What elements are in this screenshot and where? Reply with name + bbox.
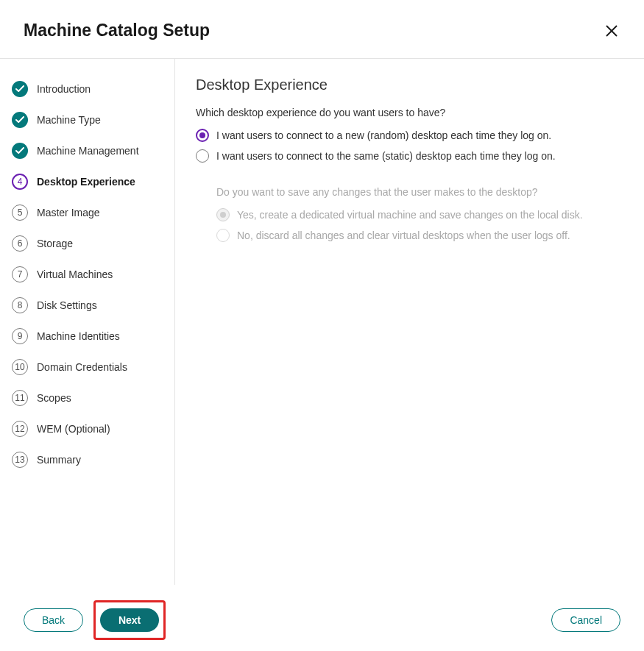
wizard-step: 11Scopes xyxy=(12,383,174,413)
option-random-desktop[interactable]: I want users to connect to a new (random… xyxy=(196,129,620,142)
option-static-desktop[interactable]: I want users to connect to the same (sta… xyxy=(196,149,620,163)
step-label: Machine Type xyxy=(37,114,101,126)
wizard-step: 13Summary xyxy=(12,444,174,475)
step-label: Scopes xyxy=(37,392,71,404)
step-label: WEM (Optional) xyxy=(37,423,110,435)
wizard-step[interactable]: Machine Type xyxy=(12,104,174,135)
wizard-step: 5Master Image xyxy=(12,197,174,228)
content-panel: Desktop Experience Which desktop experie… xyxy=(175,59,644,585)
step-label: Machine Management xyxy=(37,145,139,157)
wizard-step: 9Machine Identities xyxy=(12,321,174,352)
option-save-changes: Yes, create a dedicated virtual machine … xyxy=(216,208,620,221)
step-number-badge: 9 xyxy=(12,328,28,344)
wizard-step[interactable]: Machine Management xyxy=(12,135,174,166)
check-icon xyxy=(12,81,28,97)
back-button[interactable]: Back xyxy=(24,608,83,632)
step-label: Storage xyxy=(37,238,73,249)
step-number-badge: 12 xyxy=(12,421,28,437)
step-label: Introduction xyxy=(37,83,91,95)
step-number-badge: 11 xyxy=(12,390,28,406)
check-icon xyxy=(12,112,28,128)
wizard-step: 6Storage xyxy=(12,228,174,259)
next-button-highlight: Next xyxy=(93,600,166,640)
option-label: I want users to connect to a new (random… xyxy=(216,129,551,141)
wizard-sidebar: IntroductionMachine TypeMachine Manageme… xyxy=(0,59,175,585)
sub-question: Do you want to save any changes that the… xyxy=(216,186,620,198)
step-number-badge: 6 xyxy=(12,235,28,252)
radio-icon xyxy=(196,149,209,163)
wizard-step: 4Desktop Experience xyxy=(12,166,174,197)
step-label: Desktop Experience xyxy=(37,176,135,188)
step-number-badge: 8 xyxy=(12,297,28,313)
close-icon[interactable] xyxy=(603,22,620,40)
option-label: No, discard all changes and clear virtua… xyxy=(237,230,570,241)
step-number-badge: 4 xyxy=(12,174,28,190)
wizard-step: 12WEM (Optional) xyxy=(12,413,174,444)
primary-question: Which desktop experience do you want use… xyxy=(196,107,620,118)
radio-icon xyxy=(216,208,230,221)
sub-section: Do you want to save any changes that the… xyxy=(196,186,620,242)
wizard-step[interactable]: Introduction xyxy=(12,74,174,104)
footer-left-group: Back Next xyxy=(24,600,166,640)
step-number-badge: 10 xyxy=(12,359,28,375)
wizard-step: 8Disk Settings xyxy=(12,290,174,321)
radio-icon xyxy=(196,129,209,142)
dialog-footer: Back Next Cancel xyxy=(0,589,644,651)
option-discard-changes: No, discard all changes and clear virtua… xyxy=(216,229,620,242)
step-number-badge: 7 xyxy=(12,266,28,282)
dialog-header: Machine Catalog Setup xyxy=(0,0,644,58)
step-label: Machine Identities xyxy=(37,330,120,342)
step-label: Domain Credentials xyxy=(37,361,127,373)
step-label: Summary xyxy=(37,454,81,466)
option-label: Yes, create a dedicated virtual machine … xyxy=(237,209,583,221)
content-heading: Desktop Experience xyxy=(196,77,620,93)
option-label: I want users to connect to the same (sta… xyxy=(216,150,556,162)
wizard-step: 10Domain Credentials xyxy=(12,352,174,383)
step-label: Virtual Machines xyxy=(37,268,113,280)
step-label: Disk Settings xyxy=(37,299,97,311)
step-label: Master Image xyxy=(37,207,100,218)
radio-icon xyxy=(216,229,230,242)
next-button[interactable]: Next xyxy=(100,608,159,632)
check-icon xyxy=(12,143,28,159)
page-title: Machine Catalog Setup xyxy=(24,21,210,40)
cancel-button[interactable]: Cancel xyxy=(551,608,620,632)
wizard-step: 7Virtual Machines xyxy=(12,259,174,290)
step-number-badge: 13 xyxy=(12,452,28,468)
step-number-badge: 5 xyxy=(12,204,28,221)
